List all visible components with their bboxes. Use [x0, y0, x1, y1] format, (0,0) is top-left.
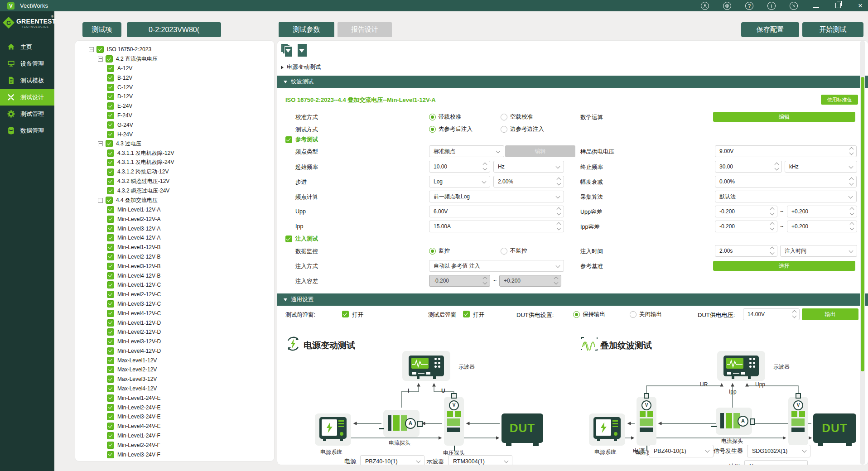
tree-expander-icon[interactable]: [98, 198, 103, 203]
tree-item[interactable]: A-12V: [75, 64, 274, 73]
tree-checkbox[interactable]: [107, 300, 114, 308]
tree-item[interactable]: E-24V: [75, 101, 274, 111]
tree-item[interactable]: B-12V: [75, 73, 274, 82]
monitor-on-radio[interactable]: 监控: [429, 247, 450, 255]
close-output-radio[interactable]: 关闭输出: [630, 311, 662, 318]
user-icon[interactable]: [701, 2, 709, 10]
tree-checkbox[interactable]: [107, 216, 114, 223]
tree-item[interactable]: H-24V: [75, 130, 274, 139]
tree-checkbox[interactable]: [96, 46, 104, 53]
tree-checkbox[interactable]: [106, 55, 113, 62]
close-icon[interactable]: ×: [856, 1, 864, 10]
tree-item[interactable]: Min-Level3-12V-C: [75, 299, 274, 309]
tree-expander-icon[interactable]: [98, 57, 103, 62]
tree-checkbox[interactable]: [107, 394, 114, 402]
tree-checkbox[interactable]: [107, 432, 114, 439]
tree-checkbox[interactable]: [107, 413, 114, 420]
tree-item[interactable]: Min-Level1-12V-D: [75, 318, 274, 327]
tree-checkbox[interactable]: [107, 263, 114, 270]
tree-checkbox[interactable]: [106, 140, 113, 147]
tree-checkbox[interactable]: [107, 272, 114, 279]
test-item-button[interactable]: 测试项: [82, 22, 121, 37]
pre-popup-checkbox[interactable]: [342, 311, 349, 317]
sidebar-item[interactable]: 设备管理: [0, 55, 54, 72]
tree-item[interactable]: 4.3.2 瞬态过电压-12V: [75, 177, 274, 186]
scope-select[interactable]: None: [744, 460, 808, 465]
scope-select[interactable]: RTM3004(1): [448, 455, 512, 465]
power-select[interactable]: PBZ40-10(1): [649, 445, 714, 457]
tree-checkbox[interactable]: [107, 253, 114, 260]
ipp-input[interactable]: 15.00A: [429, 221, 564, 232]
tree-item[interactable]: Min-Level4-12V-B: [75, 271, 274, 280]
start-freq-input[interactable]: 10.00: [429, 161, 490, 173]
keep-output-radio[interactable]: 保持输出: [573, 311, 605, 318]
minimize-icon[interactable]: [812, 2, 820, 10]
tree-item[interactable]: Min-Level1-24V-E: [75, 393, 274, 403]
tree-item[interactable]: Min-Level4-24V-E: [75, 422, 274, 431]
signal-gen-select[interactable]: SDG1032X(1): [747, 445, 810, 457]
tree-checkbox[interactable]: [107, 234, 114, 241]
tree-item[interactable]: Min-Level1-24V-F: [75, 431, 274, 441]
tree-checkbox[interactable]: [107, 93, 114, 100]
start-test-button[interactable]: 开始测试: [802, 22, 863, 37]
upp-input[interactable]: 6.00V: [429, 206, 564, 217]
info-icon[interactable]: i: [767, 2, 776, 10]
collapse-all-icon[interactable]: [281, 43, 293, 57]
support-icon[interactable]: [790, 2, 798, 10]
ipp-tol-min-input[interactable]: -0.200: [715, 221, 777, 232]
sample-voltage-input[interactable]: 9.00V: [715, 145, 857, 157]
tree-item[interactable]: D-12V: [75, 92, 274, 101]
tree-checkbox[interactable]: [107, 159, 114, 166]
tree-checkbox[interactable]: [107, 291, 114, 298]
tree-item[interactable]: Min-Level2-12V-A: [75, 214, 274, 224]
test-name-button[interactable]: 0-2:2023VW80(: [127, 22, 221, 37]
cal-noload-radio[interactable]: 空载校准: [501, 113, 533, 121]
method-ref-first-radio[interactable]: 先参考后注入: [429, 125, 473, 133]
tree-item[interactable]: ISO 16750-2:2023: [75, 45, 274, 54]
reference-test-checkbox[interactable]: 参考测试: [285, 136, 318, 144]
tree-checkbox[interactable]: [107, 366, 114, 373]
tree-item[interactable]: Min-Level2-12V-D: [75, 327, 274, 337]
tree-item[interactable]: Min-Level1-12V-A: [75, 205, 274, 215]
general-section-header[interactable]: 通用设置: [277, 293, 868, 306]
tree-item[interactable]: Max-Level2-12V: [75, 365, 274, 375]
post-popup-checkbox[interactable]: [463, 311, 470, 317]
tree-item[interactable]: Min-Level4-12V-D: [75, 346, 274, 356]
tree-expander-icon[interactable]: [89, 47, 94, 52]
help-icon[interactable]: ?: [745, 2, 753, 10]
tree-item[interactable]: 4.3.1.2 跨接启动-12V: [75, 167, 274, 177]
tree-item[interactable]: Max-Level1-12V: [75, 356, 274, 365]
freq-type-select[interactable]: 标准频点: [429, 145, 504, 157]
inject-time-input[interactable]: 2.00s: [715, 245, 777, 257]
save-config-button[interactable]: 保存配置: [741, 22, 799, 37]
tree-item[interactable]: Max-Level3-12V: [75, 375, 274, 384]
power-select[interactable]: PBZ40-10(1): [360, 455, 424, 465]
tree-item[interactable]: Min-Level3-24V-F: [75, 450, 274, 459]
cal-loaded-radio[interactable]: 带载校准: [429, 113, 461, 121]
tree-checkbox[interactable]: [107, 328, 114, 336]
network-icon[interactable]: [723, 2, 731, 10]
freq-edit-button[interactable]: 编辑: [505, 145, 575, 157]
inject-time-unit-select[interactable]: 注入时间: [780, 245, 857, 257]
tree-item[interactable]: C-12V: [75, 82, 274, 92]
maximize-icon[interactable]: [834, 2, 842, 10]
tree-checkbox[interactable]: [107, 375, 114, 383]
tree-item[interactable]: 4.3 过电压: [75, 139, 274, 149]
tree-item[interactable]: 4.3.2 瞬态过电压-24V: [75, 186, 274, 196]
tree-checkbox[interactable]: [107, 244, 114, 251]
atten-input[interactable]: 0.00%: [715, 176, 857, 187]
algo-select[interactable]: 默认法: [715, 191, 857, 202]
scrollbar-thumb[interactable]: [861, 77, 864, 371]
sidebar-item[interactable]: 数据管理: [0, 122, 54, 139]
tree-checkbox[interactable]: [107, 225, 114, 232]
ripple-section-header[interactable]: 纹波测试: [277, 76, 868, 88]
tree-item[interactable]: Min-Level3-12V-D: [75, 337, 274, 346]
tree-item[interactable]: 4.2 直流供电电压: [75, 54, 274, 64]
upp-tol-min-input[interactable]: -0.200: [715, 206, 777, 217]
tree-item[interactable]: 4.3.1.1 发电机故障-24V: [75, 158, 274, 168]
tree-item[interactable]: Min-Level3-12V-B: [75, 261, 274, 271]
tree-checkbox[interactable]: [107, 121, 114, 129]
sidebar-item[interactable]: 主页: [0, 38, 54, 55]
freq-calc-select[interactable]: 前一频点取Log: [429, 191, 564, 202]
step-value-input[interactable]: 2.00%: [493, 176, 564, 187]
